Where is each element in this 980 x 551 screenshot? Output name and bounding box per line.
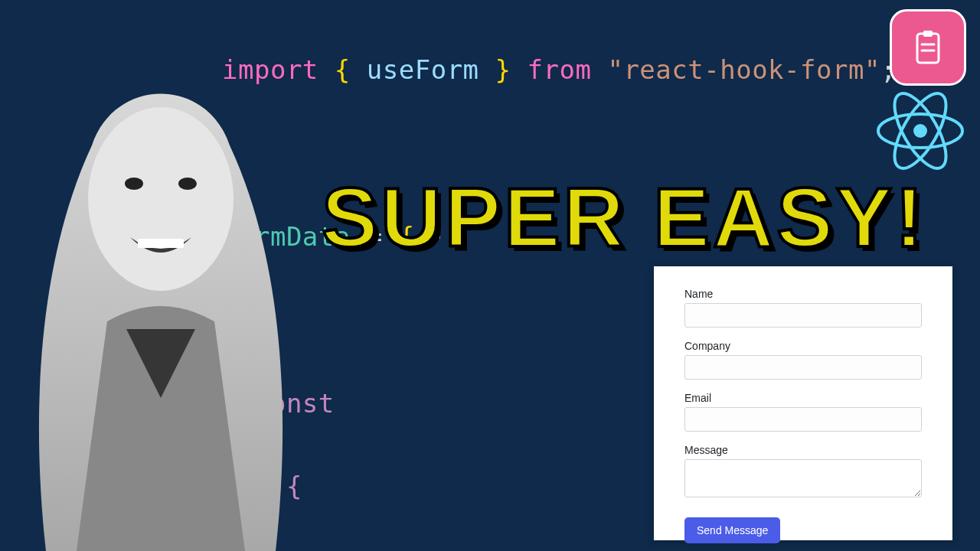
label-email: Email: [684, 392, 922, 404]
input-company[interactable]: [684, 355, 922, 380]
presenter-photo: [0, 31, 322, 551]
input-message[interactable]: [684, 459, 922, 497]
svg-point-1: [125, 178, 143, 190]
svg-rect-5: [923, 31, 933, 37]
input-name[interactable]: [684, 303, 922, 328]
label-company: Company: [684, 340, 922, 352]
svg-rect-4: [917, 34, 939, 63]
label-name: Name: [684, 288, 922, 300]
svg-point-2: [178, 178, 197, 190]
react-hook-form-icon: [890, 9, 966, 86]
svg-point-11: [913, 124, 927, 138]
send-message-button[interactable]: Send Message: [684, 517, 780, 543]
svg-rect-3: [138, 239, 184, 248]
thumbnail-stage: import { useForm } from "react-hook-form…: [0, 0, 980, 551]
label-message: Message: [684, 444, 922, 456]
input-email[interactable]: [684, 407, 922, 432]
contact-form-preview: Name Company Email Message Send Message: [654, 266, 952, 540]
svg-point-0: [88, 107, 234, 291]
headline-text: SUPER EASY!: [322, 168, 926, 266]
react-icon: [874, 89, 966, 173]
